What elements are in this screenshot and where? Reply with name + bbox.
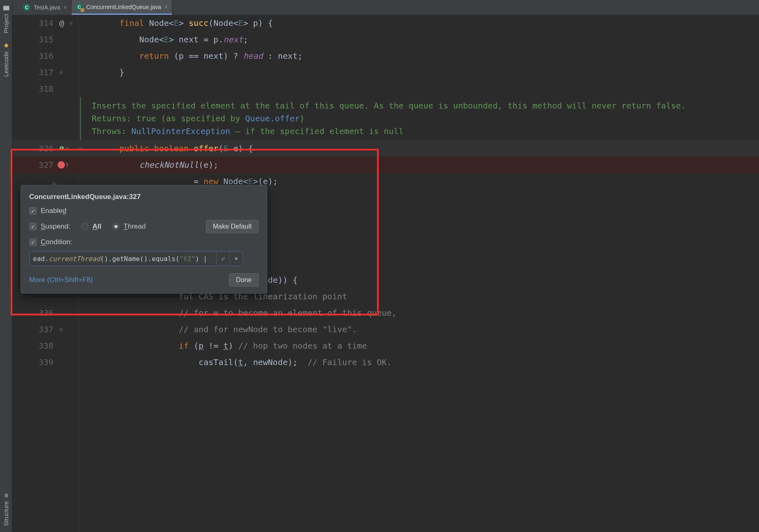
gutter[interactable]: ⊖ <box>58 64 78 81</box>
line-number: 315 <box>12 35 58 44</box>
side-project[interactable]: Project ▇ <box>2 2 9 36</box>
gutter[interactable]: ? <box>58 157 78 173</box>
code-text[interactable]: // for e to become an element of this qu… <box>78 308 759 318</box>
breakpoint-popup: ConcurrentLinkedQueue.java:327 ✓ Enabled… <box>21 185 267 294</box>
condition-input[interactable]: ead.currentThread().getName().equals("t2… <box>29 251 243 266</box>
code-line[interactable]: 336 // for e to become an element of thi… <box>12 305 759 321</box>
gutter[interactable]: ⊖ <box>58 321 78 338</box>
suspend-all-radio[interactable] <box>81 223 88 230</box>
suspend-thread-radio[interactable] <box>112 223 120 230</box>
enabled-label: Enabled <box>41 207 66 215</box>
suspend-all-label: All <box>93 222 102 231</box>
expand-icon[interactable]: ⤢ <box>216 252 229 266</box>
gutter[interactable] <box>58 81 78 97</box>
done-button[interactable]: Done <box>229 273 259 287</box>
code-text[interactable]: Node<E> next = p.next; <box>78 35 759 44</box>
code-text[interactable]: casTail(t, newNode); // Failure is OK. <box>78 357 759 367</box>
line-number: 316 <box>12 51 58 61</box>
gutter[interactable] <box>58 48 78 64</box>
code-line[interactable]: 326❶↑ ⊖ public boolean offer(E e) { <box>12 140 759 157</box>
code-line[interactable]: 315 Node<E> next = p.next; <box>12 31 759 48</box>
gutter[interactable]: ❶↑ ⊖ <box>58 140 78 157</box>
code-text[interactable]: final Node<E> succ(Node<E> p) { <box>78 18 759 28</box>
code-line[interactable]: 317⊖ } <box>12 64 759 81</box>
code-line[interactable]: 316 return (p == next) ? head : next; <box>12 48 759 64</box>
line-number: 337 <box>12 324 58 334</box>
tab-clq[interactable]: C ConcurrentLinkedQueue.java × <box>72 0 172 15</box>
line-number: 336 <box>12 308 58 318</box>
folder-icon: ▇ <box>3 5 9 12</box>
tab-label: TestA.java <box>34 4 60 11</box>
breakpoint-icon[interactable]: ? <box>58 161 65 169</box>
line-number: 317 <box>12 67 58 77</box>
code-line[interactable]: 327? checkNotNull(e); <box>12 157 759 173</box>
line-number: 318 <box>12 84 58 94</box>
close-icon[interactable]: × <box>164 4 168 10</box>
popup-title: ConcurrentLinkedQueue.java:327 <box>29 193 259 201</box>
code-line[interactable]: 314@ ⊖ final Node<E> succ(Node<E> p) { <box>12 15 759 31</box>
class-icon: C <box>76 3 83 11</box>
gutter[interactable] <box>58 354 78 370</box>
condition-checkbox[interactable]: ✓ <box>29 238 37 246</box>
history-dropdown-icon[interactable]: ▾ <box>229 252 243 266</box>
suspend-thread-label: Thread <box>124 222 146 231</box>
enabled-checkbox[interactable]: ✓ <box>29 207 37 215</box>
gutter[interactable] <box>58 31 78 48</box>
suspend-label: Suspend: <box>41 222 70 231</box>
code-text[interactable]: checkNotNull(e); <box>78 160 759 170</box>
gutter[interactable]: @ ⊖ <box>58 15 78 31</box>
popup-arrow <box>51 182 58 185</box>
editor-tab-bar: C TestA.java × C ConcurrentLinkedQueue.j… <box>12 0 759 15</box>
suspend-checkbox[interactable]: ✓ <box>29 223 37 230</box>
line-number: 338 <box>12 341 58 351</box>
line-number: 314 <box>12 18 58 28</box>
gutter[interactable] <box>58 338 78 354</box>
line-number: 339 <box>12 357 58 367</box>
side-structure-label: Structure <box>2 501 9 526</box>
make-default-button[interactable]: Make Default <box>206 220 259 233</box>
condition-text[interactable]: ead.currentThread().getName().equals("t2… <box>30 255 216 263</box>
side-project-label: Project <box>2 14 9 33</box>
side-leetcode-label: Leetcode <box>2 51 9 77</box>
code-line[interactable]: 339 casTail(t, newNode); // Failure is O… <box>12 354 759 370</box>
condition-label: Condition: <box>41 238 72 246</box>
line-number: 326 <box>12 143 58 153</box>
side-leetcode[interactable]: Leetcode ◆ <box>2 40 9 79</box>
left-tool-strip: Project ▇ Leetcode ◆ Structure ≣ <box>0 0 12 532</box>
code-line[interactable]: 338 if (p != t) // hop two nodes at a ti… <box>12 338 759 354</box>
code-text[interactable]: public boolean offer(E e) { <box>78 143 759 153</box>
class-icon: C <box>23 4 30 11</box>
tab-testa[interactable]: C TestA.java × <box>19 0 72 15</box>
code-text[interactable]: // and for newNode to become "live". <box>78 324 759 334</box>
code-line[interactable]: 337⊖ // and for newNode to become "live"… <box>12 321 759 338</box>
code-text[interactable]: return (p == next) ? head : next; <box>78 51 759 61</box>
structure-icon: ≣ <box>3 492 9 499</box>
code-text[interactable]: if (p != t) // hop two nodes at a time <box>78 341 759 351</box>
gutter[interactable] <box>58 305 78 321</box>
javadoc-block: Inserts the specified element at the tai… <box>80 97 759 140</box>
code-text[interactable]: } <box>78 67 759 77</box>
leetcode-icon: ◆ <box>3 42 9 49</box>
lock-icon <box>81 8 84 12</box>
more-link[interactable]: More (Ctrl+Shift+F8) <box>29 276 93 284</box>
code-line[interactable]: 318 <box>12 81 759 97</box>
line-number: 327 <box>12 160 58 170</box>
side-structure[interactable]: Structure ≣ <box>2 490 9 529</box>
code-text[interactable] <box>78 84 759 94</box>
tab-label: ConcurrentLinkedQueue.java <box>86 4 161 10</box>
close-icon[interactable]: × <box>64 4 67 11</box>
